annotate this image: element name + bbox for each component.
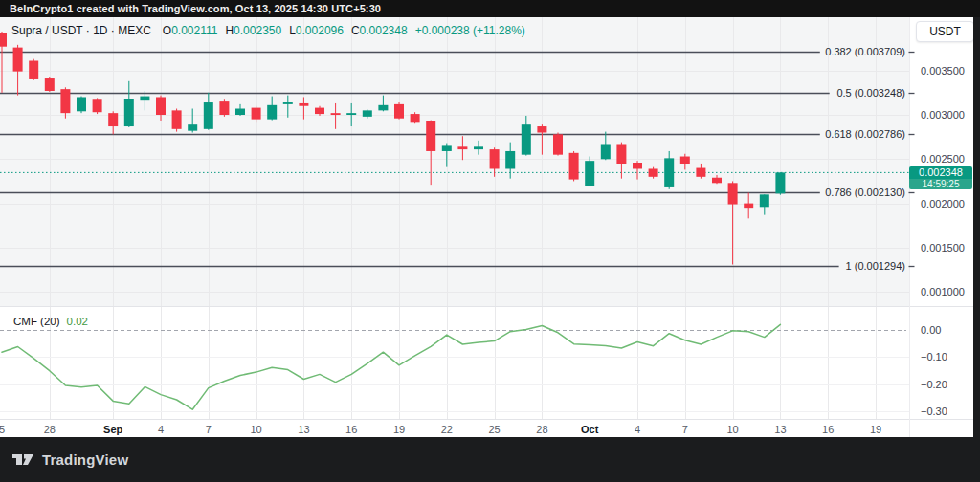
candle-body[interactable] xyxy=(569,153,579,180)
candle-body[interactable] xyxy=(283,102,293,104)
time-tick-label: 25 xyxy=(488,424,500,435)
candle-body[interactable] xyxy=(252,108,261,120)
candle-body[interactable] xyxy=(93,99,102,112)
open-label: O xyxy=(163,24,171,37)
candle-body[interactable] xyxy=(744,204,753,209)
candle-body[interactable] xyxy=(29,61,38,79)
low-label: L xyxy=(289,24,296,37)
price-tick-label: 0.001500 xyxy=(921,242,965,253)
close-value: 0.002348 xyxy=(360,24,408,37)
candle-body[interactable] xyxy=(696,168,705,177)
candle-body[interactable] xyxy=(411,114,420,122)
price-pane-background[interactable] xyxy=(0,17,909,306)
tradingview-logo[interactable]: TradingView xyxy=(11,451,128,468)
candle-body[interactable] xyxy=(124,99,134,126)
price-tick-label: 0.002500 xyxy=(921,153,965,164)
candle-body[interactable] xyxy=(728,183,738,204)
low-value: 0.002096 xyxy=(296,24,344,37)
bar-countdown: 14:59:25 xyxy=(909,179,972,189)
candle-body[interactable] xyxy=(457,146,467,149)
candle-body[interactable] xyxy=(585,161,594,186)
candle-body[interactable] xyxy=(156,97,166,115)
candle-body[interactable] xyxy=(490,149,500,168)
candle-body[interactable] xyxy=(331,113,341,115)
price-axis[interactable]: 0.0035000.0030000.0025000.0020000.001500… xyxy=(921,65,965,417)
candle-body[interactable] xyxy=(363,110,372,116)
candle-body[interactable] xyxy=(219,101,229,115)
chart-canvas[interactable]: 0.382 (0.003709)0.5 (0.003248)0.618 (0.0… xyxy=(0,0,980,482)
high-value: 0.002350 xyxy=(234,24,281,37)
cmf-tick-label: 0.00 xyxy=(921,324,941,336)
candle-body[interactable] xyxy=(442,145,452,151)
candle-body[interactable] xyxy=(140,97,149,101)
close-label: C xyxy=(351,24,360,37)
candle-body[interactable] xyxy=(267,105,277,120)
cmf-pane-background[interactable] xyxy=(0,306,909,419)
candle-body[interactable] xyxy=(13,48,23,72)
candle-body[interactable] xyxy=(553,134,563,154)
candle-body[interactable] xyxy=(60,89,70,113)
candle-body[interactable] xyxy=(601,144,611,159)
cmf-tick-label: −0.30 xyxy=(921,405,947,417)
tradingview-logo-icon xyxy=(11,451,34,468)
candle-body[interactable] xyxy=(0,33,7,47)
time-tick-label: 7 xyxy=(682,424,688,435)
time-tick-label: 4 xyxy=(635,424,640,435)
candle-body[interactable] xyxy=(649,168,658,176)
candle-body[interactable] xyxy=(108,113,118,126)
price-tick-label: 0.003500 xyxy=(921,65,965,77)
low-pair: L0.002096 xyxy=(289,24,344,37)
candle-body[interactable] xyxy=(505,151,515,169)
candle-body[interactable] xyxy=(474,146,483,149)
last-price-badge: 0.002348 14:59:25 xyxy=(909,166,972,189)
price-tick-label: 0.001000 xyxy=(921,286,965,297)
candle-body[interactable] xyxy=(522,124,531,154)
candle-body[interactable] xyxy=(394,104,404,119)
candle-body[interactable] xyxy=(760,194,769,207)
candle-body[interactable] xyxy=(537,126,546,132)
close-pair: C0.002348 xyxy=(351,24,408,37)
open-value: 0.002111 xyxy=(171,24,217,37)
candle-body[interactable] xyxy=(378,105,388,111)
fib-level-label: 0.5 (0.003248) xyxy=(836,87,905,99)
time-tick-label: 19 xyxy=(393,424,405,435)
candle-body[interactable] xyxy=(188,124,197,130)
footer-bar: TradingView xyxy=(0,437,980,482)
candle-body[interactable] xyxy=(680,157,690,164)
time-tick-label: 4 xyxy=(158,424,164,435)
symbol-legend: Supra / USDT · 1D · MEXCO0.002111H0.0023… xyxy=(11,24,525,37)
candle-body[interactable] xyxy=(664,158,674,187)
time-tick-label: 10 xyxy=(250,424,261,435)
price-tick-label: 0.003000 xyxy=(921,109,965,120)
candle-body[interactable] xyxy=(346,113,356,115)
last-price-value: 0.002348 xyxy=(909,166,972,179)
candle-body[interactable] xyxy=(77,97,86,111)
time-tick-label: 28 xyxy=(44,424,56,435)
cmf-tick-label: −0.10 xyxy=(921,351,947,362)
time-tick-label: Oct xyxy=(581,424,599,435)
time-axis[interactable]: 528Sep4710131619222528Oct4710131619 xyxy=(0,424,881,435)
indicator-title[interactable]: CMF (20) xyxy=(13,316,60,327)
fib-level-label: 0.786 (0.002130) xyxy=(825,186,905,198)
candle-body[interactable] xyxy=(45,78,55,91)
candle-body[interactable] xyxy=(235,109,245,115)
candle-body[interactable] xyxy=(204,102,213,129)
candle-body[interactable] xyxy=(712,178,722,184)
time-tick-label: 13 xyxy=(774,424,786,435)
candle-body[interactable] xyxy=(775,172,785,193)
candle-body[interactable] xyxy=(299,103,308,106)
fib-level-label: 1 (0.001294) xyxy=(846,260,905,272)
price-tick-label: 0.002000 xyxy=(921,198,965,209)
symbol-title[interactable]: Supra / USDT · 1D · MEXC xyxy=(11,24,151,37)
time-tick-label: Sep xyxy=(103,424,122,435)
attribution-text: BeInCrypto1 created with TradingView.com… xyxy=(10,3,381,14)
time-tick-label: 10 xyxy=(726,424,738,435)
candle-body[interactable] xyxy=(426,120,435,150)
candle-body[interactable] xyxy=(172,110,182,128)
attribution-bar: BeInCrypto1 created with TradingView.com… xyxy=(0,0,980,17)
time-tick-label: 16 xyxy=(345,424,357,435)
indicator-legend: CMF (20)0.02 xyxy=(13,316,88,327)
candle-body[interactable] xyxy=(616,144,626,164)
candle-body[interactable] xyxy=(315,108,324,114)
candle-body[interactable] xyxy=(633,163,642,168)
